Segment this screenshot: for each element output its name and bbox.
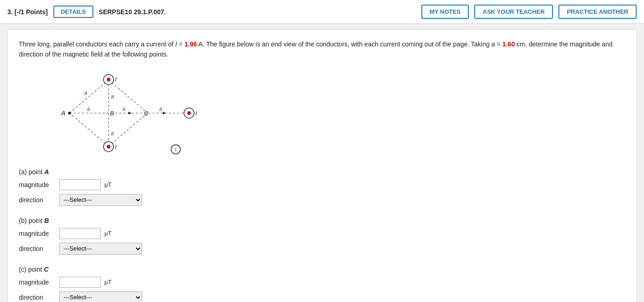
text-eq: =	[177, 40, 184, 48]
direction-select-a[interactable]: ---Select--- +x direction -x direction +…	[59, 194, 142, 206]
magnitude-label-b: magnitude	[19, 230, 56, 237]
magnitude-label-c: magnitude	[19, 279, 56, 286]
part-b-section: (b) point B magnitude μT direction ---Se…	[19, 217, 625, 255]
problem-label: 3. [-/1 Points]	[7, 8, 48, 16]
diagram-area: A B C a a a a a a I	[28, 67, 235, 159]
part-a-direction-row: direction ---Select--- +x direction -x d…	[19, 194, 625, 206]
svg-text:a: a	[122, 106, 126, 112]
practice-another-button[interactable]: PRACTICE ANOTHER	[558, 5, 637, 19]
part-a-section: (a) point A magnitude μT direction ---Se…	[19, 168, 625, 206]
svg-text:I: I	[115, 143, 117, 150]
magnitude-input-b[interactable]	[59, 228, 101, 239]
svg-marker-7	[163, 112, 166, 114]
top-bar: 3. [-/1 Points] DETAILS SERPSE10 29.1.P.…	[0, 0, 644, 24]
svg-point-21	[107, 145, 110, 148]
magnitude-input-c[interactable]	[59, 277, 101, 288]
svg-text:a: a	[159, 106, 162, 112]
part-c-section: (c) point C magnitude μT direction ---Se…	[19, 266, 625, 302]
main-content: Three long, parallel conductors each car…	[7, 29, 637, 302]
direction-select-b[interactable]: ---Select--- +x direction -x direction +…	[59, 243, 142, 255]
unit-label-a: μT	[104, 181, 111, 188]
part-b-magnitude-row: magnitude μT	[19, 228, 625, 239]
text-eq2: =	[495, 40, 502, 48]
direction-label-a: direction	[19, 196, 56, 204]
svg-point-24	[187, 111, 191, 115]
a-label: a	[491, 40, 495, 48]
part-b-direction-row: direction ---Select--- +x direction -x d…	[19, 243, 625, 255]
svg-point-18	[107, 78, 110, 81]
part-a-magnitude-row: magnitude μT	[19, 179, 625, 190]
magnitude-input-a[interactable]	[59, 179, 101, 190]
my-notes-button[interactable]: MY NOTES	[421, 5, 469, 19]
unit-label-c: μT	[104, 279, 111, 285]
svg-line-1	[109, 80, 148, 113]
details-button[interactable]: DETAILS	[53, 6, 93, 18]
svg-text:B: B	[110, 110, 114, 117]
problem-code: SERPSE10 29.1.P.007.	[99, 8, 166, 16]
svg-point-26	[68, 112, 71, 114]
text-after-I: A. The figure below is an end view of th…	[197, 40, 491, 48]
svg-text:I: I	[196, 110, 197, 117]
svg-text:a: a	[84, 90, 87, 96]
problem-text: Three long, parallel conductors each car…	[19, 39, 625, 60]
unit-label-b: μT	[104, 230, 111, 237]
svg-text:A: A	[61, 109, 65, 117]
info-icon[interactable]: i	[171, 144, 181, 154]
svg-line-2	[109, 113, 148, 146]
svg-text:I: I	[115, 76, 117, 83]
part-c-label: (c) point C	[19, 266, 625, 273]
diagram-svg: A B C a a a a a a I	[28, 67, 235, 159]
a-value: 1.60	[502, 40, 515, 48]
svg-line-3	[69, 113, 109, 146]
direction-select-c[interactable]: ---Select--- +x direction -x direction +…	[59, 291, 142, 302]
magnitude-label-a: magnitude	[19, 181, 56, 188]
direction-label-c: direction	[19, 294, 56, 301]
ask-teacher-button[interactable]: ASK YOUR TEACHER	[474, 5, 553, 19]
svg-text:a: a	[87, 106, 90, 112]
part-a-label: (a) point A	[19, 168, 625, 176]
part-c-magnitude-row: magnitude μT	[19, 277, 625, 288]
svg-text:C: C	[144, 110, 149, 117]
svg-text:a: a	[111, 93, 114, 100]
part-b-label: (b) point B	[19, 217, 625, 224]
text-before-I: Three long, parallel conductors each car…	[19, 40, 175, 48]
I-value: 1.96	[184, 40, 197, 48]
svg-text:a: a	[111, 130, 114, 137]
svg-marker-6	[128, 112, 132, 114]
direction-label-b: direction	[19, 245, 56, 252]
part-c-direction-row: direction ---Select--- +x direction -x d…	[19, 291, 625, 302]
